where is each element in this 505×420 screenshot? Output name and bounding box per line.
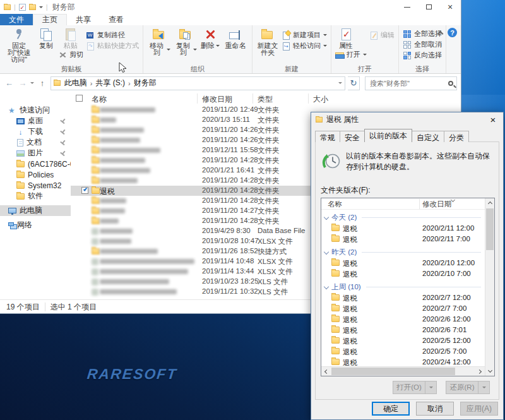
version-group-header[interactable]: 昨天 (2) bbox=[321, 246, 485, 258]
restore-version-dropdown-icon[interactable] bbox=[478, 381, 490, 394]
column-type[interactable]: 类型 bbox=[258, 94, 273, 105]
versions-column-date[interactable]: 修改日期 bbox=[422, 200, 451, 209]
column-size[interactable]: 大小 bbox=[313, 94, 328, 105]
version-item[interactable]: 退税 2020/2/7 7:00 bbox=[321, 303, 485, 314]
open-version-button[interactable]: 打开(O) bbox=[393, 381, 425, 394]
menu-tab-1[interactable]: 主页 bbox=[33, 14, 67, 25]
sidebar-item-software[interactable]: 软件 bbox=[0, 191, 71, 201]
sidebar-item-desktop[interactable]: 桌面 bbox=[0, 116, 71, 126]
sidebar-item-quick-access[interactable]: 快速访问 bbox=[0, 105, 71, 116]
qat-new-folder-icon[interactable] bbox=[29, 4, 36, 10]
open-version-dropdown-icon[interactable] bbox=[425, 381, 437, 394]
version-item[interactable]: 退税 2020/2/6 7:01 bbox=[321, 325, 485, 335]
version-item[interactable]: 退税 2020/2/11 7:00 bbox=[321, 234, 485, 244]
scroll-left-icon[interactable] bbox=[321, 367, 331, 376]
cancel-button[interactable]: 取消 bbox=[416, 402, 454, 416]
version-item[interactable]: 退税 2020/2/10 12:00 bbox=[321, 258, 485, 268]
version-item[interactable]: 退税 2020/2/7 12:00 bbox=[321, 292, 485, 303]
paste-shortcut-button[interactable]: 粘贴快捷方式 bbox=[85, 41, 140, 51]
scroll-up-icon[interactable] bbox=[485, 198, 495, 208]
sidebar-item-documents[interactable]: 文档 bbox=[0, 137, 71, 148]
version-item[interactable]: 退税 2020/2/5 7:00 bbox=[321, 346, 485, 357]
vertical-scrollbar[interactable] bbox=[485, 198, 494, 376]
cut-button[interactable]: 剪切 bbox=[57, 50, 85, 59]
menu-tab-2[interactable]: 共享 bbox=[67, 14, 100, 25]
version-group-header[interactable]: 今天 (2) bbox=[321, 212, 485, 223]
restore-version-button[interactable]: 还原(R) bbox=[446, 381, 478, 394]
version-item[interactable]: 退税 2020/2/10 7:00 bbox=[321, 268, 485, 279]
sidebar-item-policies[interactable]: Policies bbox=[0, 169, 71, 180]
copy-to-button[interactable]: 复制到 bbox=[172, 27, 199, 57]
breadcrumb-segment-1[interactable]: 共享 (S:) bbox=[94, 78, 126, 88]
vertical-scroll-thumb[interactable] bbox=[486, 208, 494, 250]
new-item-button[interactable]: 新建项目 bbox=[280, 30, 328, 40]
copy-path-icon bbox=[86, 31, 95, 40]
invert-selection-button[interactable]: 反向选择 bbox=[401, 51, 443, 60]
refresh-button[interactable]: ↻ bbox=[348, 76, 360, 90]
ok-button[interactable]: 确定 bbox=[372, 402, 410, 416]
pinned-icon bbox=[59, 117, 67, 125]
column-date[interactable]: 修改日期 bbox=[202, 94, 232, 105]
header-checkbox[interactable] bbox=[76, 95, 83, 102]
pin-to-quick-access-button[interactable]: 固定到"快速访问" bbox=[3, 27, 35, 64]
address-box[interactable]: 此电脑›共享 (S:)›财务部 bbox=[50, 76, 345, 90]
window-controls: × bbox=[396, 0, 461, 14]
dialog-tab-3[interactable]: 自定义 bbox=[412, 131, 444, 142]
sidebar-item-downloads[interactable]: 下载 bbox=[0, 126, 71, 137]
apply-button[interactable]: 应用(A) bbox=[460, 402, 498, 416]
horizontal-scrollbar[interactable] bbox=[321, 366, 485, 376]
help-icon[interactable]: ? bbox=[448, 28, 457, 37]
scroll-down-icon[interactable] bbox=[485, 366, 495, 376]
edit-button[interactable]: 编辑 bbox=[368, 30, 396, 40]
collapse-ribbon-icon[interactable] bbox=[437, 30, 444, 37]
sidebar-item-system32[interactable]: System32 bbox=[0, 180, 71, 191]
dialog-tab-2[interactable]: 以前的版本 bbox=[364, 129, 412, 142]
search-box[interactable] bbox=[365, 76, 457, 90]
version-group-header[interactable]: 上周 (10) bbox=[321, 281, 485, 292]
breadcrumb-segment-2[interactable]: 财务部 bbox=[133, 78, 158, 88]
version-item[interactable]: 退税 2020/2/11 12:00 bbox=[321, 223, 485, 234]
easy-access-button[interactable]: 轻松访问 bbox=[280, 41, 328, 51]
menu-tab-0[interactable]: 文件 bbox=[0, 14, 33, 25]
select-none-button[interactable]: 全部取消 bbox=[401, 40, 443, 49]
menu-tab-3[interactable]: 查看 bbox=[100, 14, 133, 25]
properties-button[interactable]: 属性 bbox=[334, 27, 358, 50]
sidebar-item-this-pc[interactable]: 此电脑 bbox=[0, 205, 71, 216]
dialog-tab-0[interactable]: 常规 bbox=[315, 131, 340, 142]
copy-button[interactable]: 复制 bbox=[35, 27, 57, 50]
qat-customize-chevron-icon[interactable] bbox=[39, 6, 43, 10]
forward-button[interactable]: → bbox=[17, 78, 28, 88]
rename-button[interactable]: 重命名 bbox=[222, 27, 249, 50]
dialog-close-button[interactable]: × bbox=[483, 112, 503, 126]
address-dropdown-icon[interactable] bbox=[338, 82, 342, 86]
up-button[interactable]: ↑ bbox=[37, 78, 47, 88]
network-icon bbox=[8, 222, 14, 226]
paste-button[interactable]: 粘贴 bbox=[60, 27, 81, 50]
row-checkbox[interactable] bbox=[81, 187, 88, 194]
horizontal-scroll-thumb[interactable] bbox=[331, 368, 455, 375]
version-item[interactable]: 退税 2020/2/5 12:00 bbox=[321, 335, 485, 346]
sidebar-item-guid-folder[interactable]: (6AC1786C-016F-1 bbox=[0, 159, 71, 169]
back-button[interactable]: ← bbox=[4, 78, 15, 88]
versions-column-name[interactable]: 名称 bbox=[328, 200, 342, 209]
new-folder-button[interactable]: 新建文件夹 bbox=[255, 27, 280, 57]
column-name[interactable]: 名称 bbox=[92, 94, 107, 105]
sidebar-item-pictures[interactable]: 图片 bbox=[0, 148, 71, 159]
copy-path-button[interactable]: 复制路径 bbox=[85, 30, 140, 40]
open-button[interactable]: 打开 bbox=[334, 50, 368, 59]
breadcrumb-segment-0[interactable]: 此电脑 bbox=[63, 78, 88, 88]
maximize-button[interactable] bbox=[418, 0, 439, 14]
search-input[interactable] bbox=[369, 79, 448, 88]
dialog-tab-1[interactable]: 安全 bbox=[340, 131, 365, 142]
qat-properties-icon[interactable]: ✓ bbox=[19, 4, 26, 11]
sidebar-item-network[interactable]: 网络 bbox=[0, 220, 71, 231]
minimize-button[interactable] bbox=[396, 0, 418, 14]
scroll-right-icon[interactable] bbox=[475, 367, 485, 376]
recent-locations-chevron-icon[interactable] bbox=[30, 82, 34, 86]
version-item[interactable]: 退税 2020/2/4 12:00 bbox=[321, 357, 485, 366]
delete-button[interactable]: 删除 bbox=[199, 27, 222, 50]
dialog-tab-4[interactable]: 分类 bbox=[444, 131, 469, 142]
version-item[interactable]: 退税 2020/2/6 12:00 bbox=[321, 314, 485, 325]
move-to-button[interactable]: 移动到 bbox=[146, 27, 172, 57]
close-button[interactable]: × bbox=[439, 0, 461, 14]
